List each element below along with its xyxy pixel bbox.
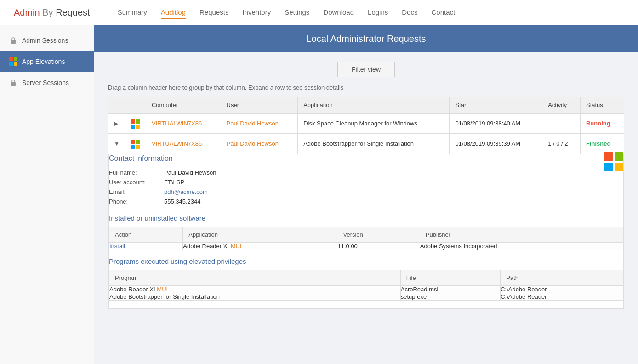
sidebar: Admin Sessions App Elevations Server Ses… <box>0 25 94 364</box>
windows-logo-large <box>604 152 623 171</box>
activity-cell <box>542 114 581 134</box>
software-row: Install Adobe Reader XI MUI 11.0.00 Adob… <box>109 243 623 250</box>
contact-info-title: Contact information <box>109 154 623 163</box>
status-badge: Running <box>586 120 610 127</box>
logo-admin: Admin <box>14 7 40 17</box>
os-icon-cell-2 <box>125 134 146 154</box>
nav-logins[interactable]: Logins <box>368 6 388 19</box>
status-cell: Running <box>580 114 624 134</box>
label-email: Email: <box>109 188 164 195</box>
th-file: File <box>400 270 500 286</box>
programs-header-row: Program File Path <box>109 270 623 286</box>
path-cell-2: C:\Adobe Reader <box>501 293 623 301</box>
value-fullname: Paul David Hewson <box>164 169 604 176</box>
filter-view-button[interactable]: Filter view <box>337 62 395 77</box>
nav-summary[interactable]: Summary <box>118 6 147 19</box>
sidebar-item-admin-sessions[interactable]: Admin Sessions <box>0 30 94 51</box>
value-useraccount: FT\LSP <box>164 179 604 186</box>
software-section-title: Installed or uninstalled software <box>109 214 623 222</box>
email-link[interactable]: pdh@acme.com <box>164 188 604 195</box>
computer-link[interactable]: VIRTUALWIN7X86 <box>152 120 202 127</box>
nav-download[interactable]: Download <box>323 6 354 19</box>
sidebar-item-app-elevations[interactable]: App Elevations <box>0 51 94 72</box>
th-version: Version <box>337 227 420 243</box>
os-icon-cell <box>125 114 146 134</box>
detail-section: Contact information Full name: Paul Davi… <box>108 154 624 308</box>
nav-requests[interactable]: Requests <box>199 6 228 19</box>
expand-arrow[interactable]: ▶ <box>114 120 118 127</box>
file-cell-2: setup.exe <box>400 293 500 301</box>
filter-bar: Filter view <box>108 62 624 77</box>
nav-inventory[interactable]: Inventory <box>242 6 271 19</box>
application-cell: Disk Space Cleanup Manager for Windows <box>298 114 450 134</box>
value-phone: 555.345.2344 <box>164 198 604 205</box>
table-header-row: Computer User Application Start Activity… <box>108 97 624 114</box>
nav-docs[interactable]: Docs <box>402 6 417 19</box>
nav-auditlog[interactable]: Auditlog <box>161 6 186 19</box>
expand-cell-2[interactable]: ▼ <box>108 134 125 154</box>
start-cell-2: 01/08/2019 09:35:39 AM <box>450 134 542 154</box>
highlight-mui: MUI <box>231 243 242 250</box>
detail-cell: Contact information Full name: Paul Davi… <box>108 154 624 309</box>
logo-request: Request <box>56 7 90 17</box>
start-cell: 01/08/2019 09:38:40 AM <box>450 114 542 134</box>
sidebar-item-server-sessions[interactable]: Server Sessions <box>0 72 94 93</box>
contact-info-grid: Full name: Paul David Hewson User accoun… <box>109 169 604 205</box>
software-table: Action Application Version Publisher <box>109 227 623 250</box>
svg-rect-0 <box>11 40 16 44</box>
action-label: Install <box>109 243 125 250</box>
user-link[interactable]: Paul David Hewson <box>227 120 279 127</box>
nav-links: Summary Auditlog Requests Inventory Sett… <box>118 6 456 19</box>
program-row-1: Adobe Reader XI MUI AcroRead.msi C:\Adob… <box>109 286 623 293</box>
activity-cell-2: 1 / 0 / 2 <box>542 134 581 154</box>
action-cell: Install <box>109 243 183 250</box>
path-cell-1: C:\Adobe Reader <box>501 286 623 293</box>
programs-table: Program File Path Adobe Reader XI MUI <box>109 270 623 301</box>
label-fullname: Full name: <box>109 169 164 176</box>
nav-settings[interactable]: Settings <box>285 6 309 19</box>
th-expand <box>108 97 125 114</box>
main-content: Local Administrator Requests Filter view… <box>94 25 638 364</box>
page-header: Local Administrator Requests <box>94 25 638 52</box>
page-title: Local Administrator Requests <box>306 34 426 44</box>
main-table: Computer User Application Start Activity… <box>108 97 624 309</box>
collapse-arrow[interactable]: ▼ <box>114 141 120 147</box>
highlight-mui-2: MUI <box>157 286 168 293</box>
version-cell: 11.0.00 <box>337 243 420 250</box>
nav-contact[interactable]: Contact <box>431 6 455 19</box>
sidebar-label-admin-sessions: Admin Sessions <box>22 37 68 44</box>
user-cell-2: Paul David Hewson <box>221 134 298 154</box>
user-link-2[interactable]: Paul David Hewson <box>227 140 279 147</box>
table-row: ▼ VIRTUALWIN7X86 Paul David He <box>108 134 624 154</box>
windows-os-icon <box>131 119 140 129</box>
label-useraccount: User account: <box>109 179 164 186</box>
th-application: Application <box>298 97 450 114</box>
svg-rect-1 <box>11 82 16 86</box>
program-row-2: Adobe Bootstrapper for Single Installati… <box>109 293 623 301</box>
program-cell-1: Adobe Reader XI MUI <box>109 286 401 293</box>
th-path: Path <box>501 270 623 286</box>
th-computer: Computer <box>146 97 221 114</box>
status-badge-2: Finished <box>586 140 610 147</box>
computer-cell-2: VIRTUALWIN7X86 <box>146 134 221 154</box>
lock-icon-server <box>9 79 17 87</box>
expand-cell[interactable]: ▶ <box>108 114 125 134</box>
windows-icon <box>9 57 17 66</box>
logo-by: By <box>40 7 56 17</box>
lock-icon <box>9 36 17 45</box>
computer-cell: VIRTUALWIN7X86 <box>146 114 221 134</box>
th-app: Application <box>183 227 337 243</box>
th-publisher: Publisher <box>420 227 623 243</box>
computer-link-2[interactable]: VIRTUALWIN7X86 <box>152 140 202 147</box>
content-area: Filter view Drag a column header here to… <box>94 52 638 318</box>
label-phone: Phone: <box>109 198 164 205</box>
detail-row: Contact information Full name: Paul Davi… <box>108 154 624 309</box>
sidebar-label-app-elevations: App Elevations <box>22 58 65 65</box>
status-cell-2: Finished <box>580 134 624 154</box>
th-icon <box>125 97 146 114</box>
th-program: Program <box>109 270 401 286</box>
th-user: User <box>221 97 298 114</box>
top-navigation: Admin By Request Summary Auditlog Reques… <box>0 0 638 25</box>
windows-os-icon-2 <box>131 140 140 149</box>
user-cell: Paul David Hewson <box>221 114 298 134</box>
